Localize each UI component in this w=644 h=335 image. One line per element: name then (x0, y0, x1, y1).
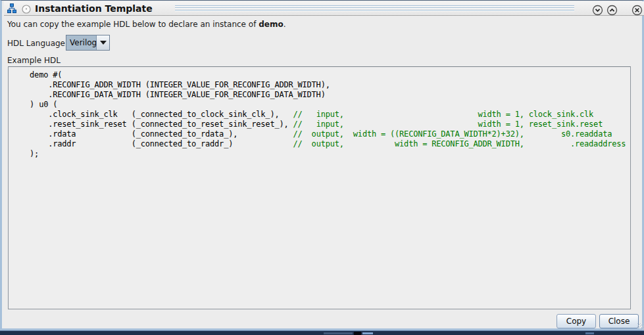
code-text: .rdata (_connected_to_rdata_), (11, 129, 293, 139)
code-text: .raddr (_connected_to_raddr_) (11, 139, 293, 148)
code-line: ); (11, 149, 629, 159)
background-window-detail (354, 332, 361, 335)
code-text: ) u0 ( (11, 100, 57, 109)
collapse-button[interactable] (592, 5, 603, 16)
code-text: ); (11, 149, 39, 158)
example-hdl-label: Example HDL (7, 56, 61, 65)
screen: Instantiation Template (0, 0, 644, 335)
code-comment: // output, width = ((RECONFIG_DATA_WIDTH… (293, 129, 612, 139)
titlebar-grip (175, 5, 574, 12)
background-window-detail (585, 332, 594, 334)
instantiation-template-dialog: Instantiation Template (0, 0, 644, 330)
expand-button[interactable] (607, 5, 618, 16)
example-hdl-code-area[interactable]: demo #( .RECONFIG_ADDR_WIDTH (INTEGER_VA… (8, 66, 631, 309)
code-text: .clock_sink_clk (_connected_to_clock_sin… (11, 110, 293, 119)
hdl-language-dropdown[interactable]: Verilog (66, 35, 110, 51)
code-comment: // output, width = RECONFIG_ADDR_WIDTH, … (293, 139, 626, 148)
circle-icon (21, 4, 32, 14)
code-line: .reset_sink_reset (_connected_to_reset_s… (11, 120, 629, 129)
code-text: demo #( (11, 70, 62, 79)
code-line: demo #( (11, 70, 629, 80)
description-text: You can copy the example HDL below to de… (7, 20, 286, 29)
hdl-language-label: HDL Language: (7, 39, 68, 48)
background-window-detail (324, 332, 353, 334)
hdl-code[interactable]: demo #( .RECONFIG_ADDR_WIDTH (INTEGER_VA… (11, 70, 629, 307)
background-window-detail (362, 332, 373, 334)
code-text: .RECONFIG_DATA_WIDTH (INTEGER_VALUE_FOR_… (11, 90, 326, 99)
dropdown-arrow-button[interactable] (97, 35, 109, 50)
code-line: .RECONFIG_ADDR_WIDTH (INTEGER_VALUE_FOR_… (11, 80, 629, 90)
code-line: .rdata (_connected_to_rdata_), // output… (11, 129, 629, 139)
code-line: ) u0 ( (11, 100, 629, 110)
copy-button[interactable]: Copy (557, 314, 596, 328)
code-text: .RECONFIG_ADDR_WIDTH (INTEGER_VALUE_FOR_… (11, 80, 330, 89)
close-button[interactable]: Close (599, 314, 639, 328)
hdl-language-selected-value[interactable]: Verilog (66, 35, 97, 50)
dialog-titlebar[interactable]: Instantiation Template (4, 1, 644, 16)
dialog-title: Instantiation Template (35, 3, 153, 14)
code-text: .reset_sink_reset (_connected_to_reset_s… (11, 120, 293, 129)
background-window-strip (0, 330, 644, 335)
chevron-up-icon (607, 5, 618, 16)
hierarchy-icon (7, 3, 17, 14)
code-comment: // input, width = 1, clock_sink.clk (293, 110, 594, 119)
code-line: .RECONFIG_DATA_WIDTH (INTEGER_VALUE_FOR_… (11, 90, 629, 100)
resize-grip[interactable] (637, 323, 644, 330)
instance-name: demo (259, 20, 283, 29)
code-line: .raddr (_connected_to_raddr_) // output,… (11, 139, 629, 149)
chevron-down-icon (592, 5, 603, 16)
close-icon (632, 5, 643, 16)
description-suffix: . (284, 20, 286, 29)
description-prefix: You can copy the example HDL below to de… (7, 20, 259, 29)
dropdown-arrow-icon (100, 41, 107, 45)
code-comment: // input, width = 1, reset_sink.reset (293, 120, 603, 129)
close-window-button[interactable] (632, 5, 643, 16)
code-line: .clock_sink_clk (_connected_to_clock_sin… (11, 110, 629, 120)
